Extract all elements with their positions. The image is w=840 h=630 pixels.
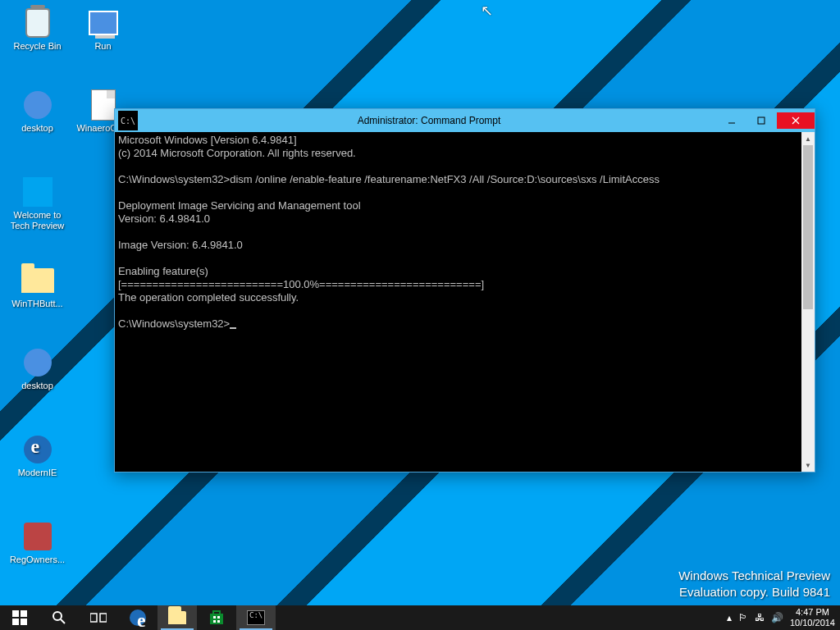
- icon-label: RegOwners...: [7, 555, 68, 565]
- svg-rect-15: [217, 616, 220, 619]
- console-line: C:\Windows\system32>dism /online /enable…: [118, 173, 660, 185]
- close-button[interactable]: [777, 112, 815, 129]
- taskbar-file-explorer[interactable]: [158, 605, 197, 630]
- folder-icon: [168, 611, 186, 624]
- clock-time: 4:47 PM: [790, 607, 835, 618]
- svg-rect-16: [213, 620, 216, 623]
- system-tray: ▴ 🏳 🖧 🔊 4:47 PM 10/10/2014: [722, 605, 840, 630]
- taskbar-ie[interactable]: [118, 605, 158, 630]
- scrollbar[interactable]: ▲ ▼: [801, 132, 815, 472]
- svg-point-8: [53, 612, 62, 620]
- recycle-bin-icon: [25, 8, 50, 38]
- svg-line-9: [61, 619, 65, 623]
- console-line: Microsoft Windows [Version 6.4.9841]: [118, 134, 297, 146]
- console-output[interactable]: Microsoft Windows [Version 6.4.9841] (c)…: [115, 132, 815, 472]
- console-line: Version: 6.4.9841.0: [118, 212, 210, 225]
- text-cursor: [230, 327, 236, 329]
- svg-rect-4: [12, 610, 19, 617]
- console-prompt: C:\Windows\system32>: [118, 317, 230, 330]
- ie-icon: [24, 436, 52, 463]
- search-button[interactable]: [39, 605, 79, 630]
- desktop-icon-winthbutt[interactable]: WinTHButt...: [7, 261, 68, 322]
- taskbar: C:\ ▴ 🏳 🖧 🔊 4:47 PM 10/10/2014: [0, 605, 840, 630]
- taskbar-cmd[interactable]: C:\: [236, 605, 276, 630]
- desktop-icon-desktop2[interactable]: desktop: [7, 343, 68, 404]
- icon-label: desktop: [7, 381, 68, 391]
- icon-label: Welcome to Tech Preview: [7, 210, 68, 231]
- svg-rect-1: [758, 117, 765, 124]
- svg-rect-7: [21, 619, 27, 625]
- tray-volume-icon[interactable]: 🔊: [771, 612, 783, 623]
- folder-icon: [21, 268, 54, 293]
- scroll-thumb[interactable]: [803, 145, 813, 309]
- icon-label: ModernIE: [7, 468, 68, 478]
- taskbar-store[interactable]: [197, 605, 236, 630]
- desktop-icon-welcome[interactable]: Welcome to Tech Preview: [7, 172, 68, 246]
- gear-icon: [24, 349, 52, 377]
- gear-icon: [24, 91, 52, 119]
- icon-label: Run: [72, 41, 134, 52]
- watermark-line1: Windows Technical Preview: [678, 568, 830, 584]
- scroll-up-arrow-icon[interactable]: ▲: [801, 132, 815, 145]
- search-icon: [52, 610, 66, 625]
- clock-date: 10/10/2014: [790, 618, 835, 628]
- icon-label: Recycle Bin: [7, 41, 68, 52]
- watermark-line2: Evaluation copy. Build 9841: [678, 584, 830, 600]
- start-button[interactable]: [0, 605, 39, 630]
- console-line: The operation completed successfully.: [118, 291, 299, 304]
- ie-icon: [130, 609, 146, 626]
- console-line: [==========================100.0%=======…: [118, 278, 484, 290]
- windows-logo-icon: [23, 177, 52, 207]
- tray-chevron-up-icon[interactable]: ▴: [727, 612, 732, 623]
- console-line: (c) 2014 Microsoft Corporation. All righ…: [118, 147, 356, 159]
- console-line: Image Version: 6.4.9841.0: [118, 239, 243, 251]
- command-prompt-window[interactable]: C:\ Administrator: Command Prompt Micros…: [114, 108, 815, 472]
- svg-rect-6: [12, 619, 19, 625]
- desktop-icon-recycle-bin[interactable]: Recycle Bin: [7, 3, 68, 65]
- svg-rect-5: [21, 610, 27, 617]
- tray-network-icon[interactable]: 🖧: [755, 612, 765, 623]
- task-view-icon: [90, 611, 107, 624]
- minimize-button[interactable]: [718, 112, 746, 129]
- tray-flag-icon[interactable]: 🏳: [738, 612, 748, 623]
- titlebar[interactable]: C:\ Administrator: Command Prompt: [115, 109, 815, 132]
- desktop-icon-run[interactable]: Run: [72, 3, 134, 65]
- windows-start-icon: [12, 610, 27, 625]
- icon-label: WinTHButt...: [7, 299, 68, 309]
- svg-rect-11: [100, 614, 107, 622]
- desktop-icon-regowners[interactable]: RegOwners...: [7, 517, 68, 578]
- svg-rect-14: [213, 616, 216, 619]
- document-icon: [91, 89, 116, 121]
- task-view-button[interactable]: [79, 605, 118, 630]
- taskbar-clock[interactable]: 4:47 PM 10/10/2014: [790, 607, 835, 628]
- store-icon: [208, 609, 225, 626]
- maximize-button[interactable]: [747, 112, 775, 129]
- desktop-icon-desktop1[interactable]: desktop: [7, 85, 68, 147]
- svg-rect-17: [217, 620, 220, 623]
- taskbar-spacer: [276, 605, 722, 630]
- registry-icon: [24, 523, 52, 550]
- console-line: Deployment Image Servicing and Managemen…: [118, 199, 361, 212]
- console-line: Enabling feature(s): [118, 265, 208, 277]
- build-watermark: Windows Technical Preview Evaluation cop…: [678, 568, 830, 600]
- cmd-icon: C:\: [118, 111, 138, 130]
- icon-label: desktop: [7, 123, 68, 134]
- svg-rect-10: [90, 614, 97, 622]
- window-title: Administrator: Command Prompt: [141, 115, 717, 126]
- cmd-icon: C:\: [247, 610, 265, 625]
- scroll-down-arrow-icon[interactable]: ▼: [801, 459, 815, 472]
- run-icon: [89, 11, 118, 35]
- svg-rect-13: [213, 611, 220, 614]
- desktop-icon-modernie[interactable]: ModernIE: [7, 430, 68, 491]
